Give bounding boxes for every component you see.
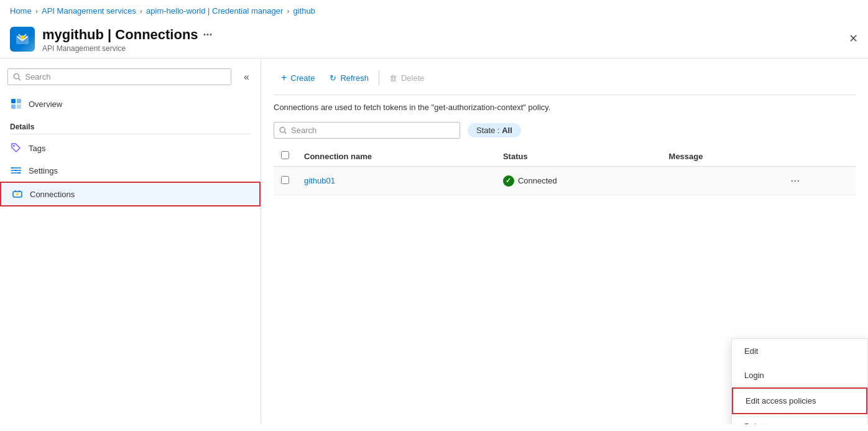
context-menu-edit[interactable]: Edit: [732, 339, 867, 363]
connection-name-link[interactable]: github01: [304, 176, 335, 185]
sidebar-search-icon: [13, 73, 21, 81]
refresh-icon: ↻: [330, 73, 336, 83]
breadcrumb-credential-manager[interactable]: apim-hello-world | Credential manager: [146, 6, 283, 16]
svg-rect-4: [11, 99, 16, 103]
sidebar-section-details: Details: [0, 115, 261, 134]
connections-icon: [11, 188, 24, 200]
sidebar-search-input[interactable]: [25, 72, 226, 81]
table-header: Connection name Status Message: [274, 146, 856, 167]
sidebar-tags-label: Tags: [29, 144, 45, 153]
svg-point-17: [16, 193, 19, 196]
svg-rect-9: [11, 167, 13, 169]
status-connected-badge: Connected: [503, 175, 654, 187]
svg-point-1: [21, 35, 24, 39]
page-subtitle: API Management service: [42, 44, 213, 53]
svg-point-2: [14, 73, 19, 78]
breadcrumb-github[interactable]: github: [293, 6, 315, 16]
sidebar-search-box[interactable]: [7, 68, 231, 85]
table-header-checkbox: [274, 146, 297, 167]
context-menu-delete[interactable]: Delete: [732, 414, 867, 424]
tags-icon: [10, 142, 22, 154]
main-content: + Create ↻ Refresh 🗑 Delete Connections …: [261, 58, 868, 424]
svg-rect-14: [19, 172, 21, 174]
connection-message-cell: [662, 167, 780, 195]
breadcrumb-apim-services[interactable]: API Management services: [42, 6, 136, 16]
filter-row: State : All: [274, 122, 856, 139]
svg-line-3: [19, 78, 21, 80]
sidebar-item-tags[interactable]: Tags: [0, 137, 261, 159]
breadcrumb-home[interactable]: Home: [10, 6, 32, 16]
table-search-input[interactable]: [291, 126, 455, 135]
sidebar-connections-label: Connections: [30, 190, 75, 199]
sidebar-item-overview[interactable]: Overview: [0, 93, 261, 115]
sidebar-item-connections[interactable]: Connections: [0, 182, 261, 206]
connected-dot-icon: [503, 175, 514, 187]
sidebar-nav: Overview Details Tags Settings: [0, 93, 261, 206]
svg-rect-7: [17, 104, 21, 109]
toolbar: + Create ↻ Refresh 🗑 Delete: [274, 68, 856, 95]
svg-rect-5: [17, 99, 21, 103]
state-filter-badge[interactable]: State : All: [468, 123, 521, 137]
table-search-box[interactable]: [274, 122, 460, 139]
create-button[interactable]: + Create: [274, 68, 322, 87]
more-options-button[interactable]: ···: [203, 29, 213, 42]
connection-name-cell: github01: [297, 167, 496, 195]
table-header-status: Status: [496, 146, 662, 167]
delete-button[interactable]: 🗑 Delete: [382, 70, 432, 86]
context-menu-login[interactable]: Login: [732, 363, 867, 387]
header-title-block: mygithub | Connections ··· API Managemen…: [42, 27, 213, 53]
svg-point-8: [13, 145, 15, 147]
page-description: Connections are used to fetch tokens in …: [274, 103, 856, 112]
service-icon: [10, 27, 35, 52]
refresh-button[interactable]: ↻ Refresh: [322, 70, 376, 86]
select-all-checkbox[interactable]: [281, 151, 289, 159]
sidebar-overview-label: Overview: [29, 100, 62, 109]
delete-icon: 🗑: [389, 73, 397, 83]
create-icon: +: [281, 72, 287, 83]
row-checkbox-cell: [274, 167, 297, 195]
row-checkbox[interactable]: [281, 176, 289, 184]
table-header-actions: [779, 146, 856, 167]
sidebar-divider: [10, 134, 251, 134]
collapse-sidebar-button[interactable]: «: [240, 70, 253, 84]
context-menu-edit-access-policies[interactable]: Edit access policies: [732, 387, 867, 414]
row-more-button[interactable]: ···: [787, 173, 803, 188]
connection-status-cell: Connected: [496, 167, 662, 195]
sidebar-item-settings[interactable]: Settings: [0, 159, 261, 182]
page-header: mygithub | Connections ··· API Managemen…: [0, 22, 868, 58]
close-button[interactable]: ✕: [849, 32, 858, 45]
svg-rect-6: [11, 104, 16, 109]
svg-point-18: [280, 127, 285, 132]
sidebar-search-row: «: [0, 66, 261, 93]
table-header-message: Message: [662, 146, 780, 167]
overview-icon: [10, 98, 22, 110]
settings-icon: [10, 164, 22, 177]
main-layout: « Overview Details Tags Set: [0, 58, 868, 424]
sidebar-settings-label: Settings: [29, 166, 58, 175]
page-title: mygithub | Connections ···: [42, 27, 213, 43]
toolbar-separator: [379, 70, 379, 85]
table-search-icon: [279, 126, 287, 135]
breadcrumb: Home › API Management services › apim-he…: [0, 0, 868, 22]
table-body: github01 Connected ···: [274, 167, 856, 195]
svg-rect-11: [15, 170, 17, 171]
table-header-connection-name: Connection name: [297, 146, 496, 167]
svg-line-19: [285, 132, 287, 134]
connection-actions-cell: ···: [779, 167, 856, 195]
table-row: github01 Connected ···: [274, 167, 856, 195]
context-menu: Edit Login Edit access policies Delete: [731, 338, 868, 424]
connections-table: Connection name Status Message github01: [274, 146, 856, 195]
sidebar: « Overview Details Tags Set: [0, 58, 261, 424]
